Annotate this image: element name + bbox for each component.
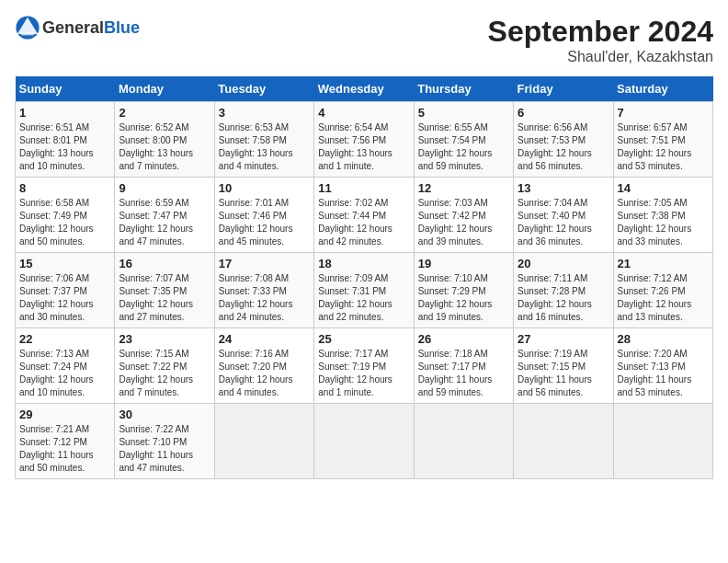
day-number: 2: [119, 106, 210, 120]
day-info: Sunrise: 7:12 AM Sunset: 7:26 PM Dayligh…: [618, 272, 709, 324]
day-info: Sunrise: 7:22 AM Sunset: 7:10 PM Dayligh…: [119, 423, 210, 475]
calendar-cell: 24Sunrise: 7:16 AM Sunset: 7:20 PM Dayli…: [214, 328, 313, 404]
calendar-cell: [613, 404, 712, 479]
calendar-cell: 25Sunrise: 7:17 AM Sunset: 7:19 PM Dayli…: [314, 328, 414, 404]
calendar-cell: 3Sunrise: 6:53 AM Sunset: 7:58 PM Daylig…: [214, 102, 313, 178]
calendar-cell: 2Sunrise: 6:52 AM Sunset: 8:00 PM Daylig…: [115, 102, 214, 178]
day-number: 3: [219, 106, 310, 120]
day-number: 28: [618, 332, 709, 346]
title-block: September 2024 Shaul'der, Kazakhstan: [488, 15, 713, 65]
day-number: 13: [518, 181, 609, 195]
day-info: Sunrise: 7:08 AM Sunset: 7:33 PM Dayligh…: [219, 272, 310, 324]
week-row-2: 8Sunrise: 6:58 AM Sunset: 7:49 PM Daylig…: [16, 178, 713, 253]
day-info: Sunrise: 7:13 AM Sunset: 7:24 PM Dayligh…: [19, 348, 110, 399]
day-info: Sunrise: 6:52 AM Sunset: 8:00 PM Dayligh…: [119, 121, 210, 173]
day-number: 1: [19, 106, 110, 120]
day-number: 6: [518, 106, 609, 120]
day-number: 29: [19, 408, 110, 421]
day-number: 16: [119, 257, 210, 270]
calendar-cell: 19Sunrise: 7:10 AM Sunset: 7:29 PM Dayli…: [414, 253, 513, 328]
day-info: Sunrise: 6:55 AM Sunset: 7:54 PM Dayligh…: [418, 121, 509, 173]
calendar-cell: 18Sunrise: 7:09 AM Sunset: 7:31 PM Dayli…: [314, 253, 414, 328]
day-number: 14: [618, 181, 709, 195]
day-number: 25: [318, 332, 409, 346]
page-header: GeneralBlue September 2024 Shaul'der, Ka…: [15, 15, 713, 65]
calendar-cell: 29Sunrise: 7:21 AM Sunset: 7:12 PM Dayli…: [16, 404, 115, 479]
day-number: 5: [418, 106, 509, 120]
calendar-cell: 13Sunrise: 7:04 AM Sunset: 7:40 PM Dayli…: [514, 178, 613, 253]
day-number: 11: [318, 181, 409, 195]
column-header-monday: Monday: [115, 76, 214, 102]
calendar-cell: [514, 404, 613, 479]
day-number: 8: [19, 181, 110, 195]
week-row-3: 15Sunrise: 7:06 AM Sunset: 7:37 PM Dayli…: [16, 253, 713, 328]
day-number: 22: [19, 332, 110, 346]
calendar-subtitle: Shaul'der, Kazakhstan: [488, 49, 713, 65]
calendar-cell: 5Sunrise: 6:55 AM Sunset: 7:54 PM Daylig…: [414, 102, 513, 178]
column-header-tuesday: Tuesday: [214, 76, 313, 102]
day-number: 23: [119, 332, 210, 346]
day-info: Sunrise: 6:58 AM Sunset: 7:49 PM Dayligh…: [19, 197, 110, 248]
day-info: Sunrise: 7:21 AM Sunset: 7:12 PM Dayligh…: [19, 423, 110, 475]
calendar-cell: 14Sunrise: 7:05 AM Sunset: 7:38 PM Dayli…: [613, 178, 712, 253]
day-info: Sunrise: 6:57 AM Sunset: 7:51 PM Dayligh…: [618, 121, 709, 173]
day-number: 10: [219, 181, 310, 195]
day-info: Sunrise: 6:53 AM Sunset: 7:58 PM Dayligh…: [219, 121, 310, 173]
day-info: Sunrise: 7:03 AM Sunset: 7:42 PM Dayligh…: [418, 197, 509, 248]
day-info: Sunrise: 7:05 AM Sunset: 7:38 PM Dayligh…: [618, 197, 709, 248]
day-number: 30: [119, 408, 210, 421]
calendar-cell: 22Sunrise: 7:13 AM Sunset: 7:24 PM Dayli…: [16, 328, 115, 404]
day-info: Sunrise: 7:10 AM Sunset: 7:29 PM Dayligh…: [418, 272, 509, 324]
calendar-cell: [314, 404, 414, 479]
day-number: 17: [219, 257, 310, 270]
column-header-saturday: Saturday: [613, 76, 712, 102]
day-info: Sunrise: 6:51 AM Sunset: 8:01 PM Dayligh…: [19, 121, 110, 173]
day-info: Sunrise: 7:18 AM Sunset: 7:17 PM Dayligh…: [418, 348, 509, 399]
day-info: Sunrise: 7:15 AM Sunset: 7:22 PM Dayligh…: [119, 348, 210, 399]
calendar-cell: 16Sunrise: 7:07 AM Sunset: 7:35 PM Dayli…: [115, 253, 214, 328]
day-number: 15: [19, 257, 110, 270]
calendar-cell: [414, 404, 513, 479]
calendar-cell: 30Sunrise: 7:22 AM Sunset: 7:10 PM Dayli…: [115, 404, 214, 479]
calendar-cell: 23Sunrise: 7:15 AM Sunset: 7:22 PM Dayli…: [115, 328, 214, 404]
logo-icon: [15, 15, 40, 40]
day-number: 9: [119, 181, 210, 195]
day-info: Sunrise: 7:11 AM Sunset: 7:28 PM Dayligh…: [518, 272, 609, 324]
week-row-5: 29Sunrise: 7:21 AM Sunset: 7:12 PM Dayli…: [16, 404, 713, 479]
day-number: 7: [618, 106, 709, 120]
calendar-cell: 7Sunrise: 6:57 AM Sunset: 7:51 PM Daylig…: [613, 102, 712, 178]
day-info: Sunrise: 7:01 AM Sunset: 7:46 PM Dayligh…: [219, 197, 310, 248]
calendar-cell: 15Sunrise: 7:06 AM Sunset: 7:37 PM Dayli…: [16, 253, 115, 328]
day-number: 20: [518, 257, 609, 270]
logo: GeneralBlue: [15, 15, 140, 40]
week-row-1: 1Sunrise: 6:51 AM Sunset: 8:01 PM Daylig…: [16, 102, 713, 178]
day-number: 24: [219, 332, 310, 346]
logo-text-general: General: [42, 18, 104, 37]
day-number: 18: [318, 257, 409, 270]
day-info: Sunrise: 7:17 AM Sunset: 7:19 PM Dayligh…: [318, 348, 409, 399]
column-header-wednesday: Wednesday: [314, 76, 414, 102]
day-info: Sunrise: 6:54 AM Sunset: 7:56 PM Dayligh…: [318, 121, 409, 173]
calendar-cell: 1Sunrise: 6:51 AM Sunset: 8:01 PM Daylig…: [16, 102, 115, 178]
calendar-cell: 8Sunrise: 6:58 AM Sunset: 7:49 PM Daylig…: [16, 178, 115, 253]
day-info: Sunrise: 7:02 AM Sunset: 7:44 PM Dayligh…: [318, 197, 409, 248]
calendar-cell: 27Sunrise: 7:19 AM Sunset: 7:15 PM Dayli…: [514, 328, 613, 404]
day-info: Sunrise: 7:06 AM Sunset: 7:37 PM Dayligh…: [19, 272, 110, 324]
calendar-table: SundayMondayTuesdayWednesdayThursdayFrid…: [15, 76, 713, 479]
day-info: Sunrise: 7:07 AM Sunset: 7:35 PM Dayligh…: [119, 272, 210, 324]
column-header-friday: Friday: [514, 76, 613, 102]
column-header-sunday: Sunday: [16, 76, 115, 102]
calendar-cell: 6Sunrise: 6:56 AM Sunset: 7:53 PM Daylig…: [514, 102, 613, 178]
day-info: Sunrise: 7:04 AM Sunset: 7:40 PM Dayligh…: [518, 197, 609, 248]
day-info: Sunrise: 7:19 AM Sunset: 7:15 PM Dayligh…: [518, 348, 609, 399]
calendar-cell: 9Sunrise: 6:59 AM Sunset: 7:47 PM Daylig…: [115, 178, 214, 253]
column-header-thursday: Thursday: [414, 76, 513, 102]
day-info: Sunrise: 7:09 AM Sunset: 7:31 PM Dayligh…: [318, 272, 409, 324]
calendar-cell: 17Sunrise: 7:08 AM Sunset: 7:33 PM Dayli…: [214, 253, 313, 328]
svg-rect-2: [21, 33, 34, 36]
calendar-cell: 12Sunrise: 7:03 AM Sunset: 7:42 PM Dayli…: [414, 178, 513, 253]
day-number: 27: [518, 332, 609, 346]
day-info: Sunrise: 7:16 AM Sunset: 7:20 PM Dayligh…: [219, 348, 310, 399]
day-number: 19: [418, 257, 509, 270]
day-number: 26: [418, 332, 509, 346]
